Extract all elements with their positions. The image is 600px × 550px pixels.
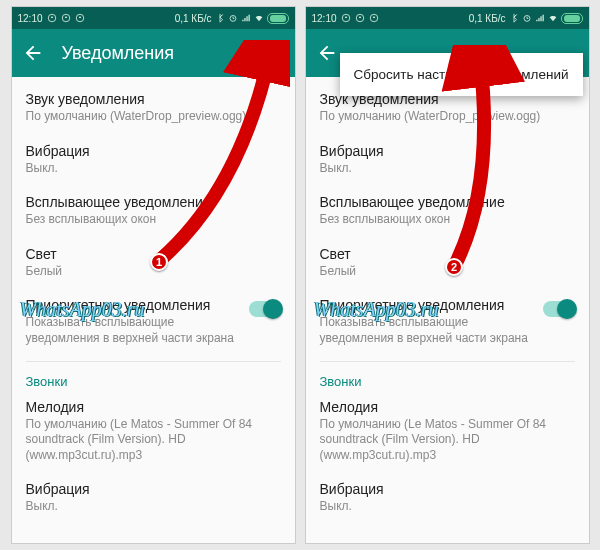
- status-network: 0,1 КБ/с: [175, 13, 212, 24]
- divider: [26, 361, 281, 362]
- item-title: Всплывающее уведомление: [320, 194, 575, 210]
- signal-icon: [535, 13, 545, 23]
- settings-list: Звук уведомления По умолчанию (WaterDrop…: [12, 77, 295, 543]
- status-time: 12:10: [312, 13, 337, 24]
- divider: [320, 361, 575, 362]
- circle-icon: [341, 13, 351, 23]
- circle-icon: [47, 13, 57, 23]
- item-title: Всплывающее уведомление: [26, 194, 281, 210]
- item-title: Вибрация: [26, 481, 281, 497]
- item-ringtone[interactable]: Мелодия По умолчанию (Le Matos - Summer …: [26, 391, 281, 474]
- item-sub: Выкл.: [26, 499, 281, 515]
- item-priority[interactable]: Приоритетные уведомления Показывать вспл…: [320, 289, 575, 356]
- item-ringtone[interactable]: Мелодия По умолчанию (Le Matos - Summer …: [320, 391, 575, 474]
- status-bar: 12:10 0,1 КБ/с: [306, 7, 589, 29]
- item-vibration[interactable]: Вибрация Выкл.: [26, 135, 281, 187]
- back-arrow-icon[interactable]: [22, 42, 44, 64]
- item-sound[interactable]: Звук уведомления По умолчанию (WaterDrop…: [26, 83, 281, 135]
- toggle-priority[interactable]: [249, 301, 281, 317]
- item-title: Звук уведомления: [26, 91, 281, 107]
- item-sub: Без всплывающих окон: [320, 212, 575, 228]
- item-title: Вибрация: [26, 143, 281, 159]
- item-sub: Без всплывающих окон: [26, 212, 281, 228]
- annotation-badge-2: 2: [445, 258, 463, 276]
- item-vibration[interactable]: Вибрация Выкл.: [320, 135, 575, 187]
- status-bar: 12:10 0,1 КБ/с: [12, 7, 295, 29]
- item-priority[interactable]: Приоритетные уведомления Показывать вспл…: [26, 289, 281, 356]
- phone-right: 12:10 0,1 КБ/с Сбросить настройки уведом…: [305, 6, 590, 544]
- toggle-priority[interactable]: [543, 301, 575, 317]
- page-title: Уведомления: [62, 43, 263, 64]
- battery-icon: [267, 13, 289, 24]
- app-bar: Уведомления: [12, 29, 295, 77]
- item-sub: Выкл.: [320, 161, 575, 177]
- status-time: 12:10: [18, 13, 43, 24]
- wifi-icon: [254, 13, 264, 23]
- bluetooth-icon: [509, 13, 519, 23]
- section-calls: Звонки: [320, 366, 575, 391]
- item-sub: По умолчанию (Le Matos - Summer Of 84 so…: [320, 417, 575, 464]
- back-arrow-icon[interactable]: [316, 42, 338, 64]
- circle-icon: [369, 13, 379, 23]
- status-network: 0,1 КБ/с: [469, 13, 506, 24]
- more-icon[interactable]: [263, 42, 285, 64]
- signal-icon: [241, 13, 251, 23]
- item-sub: По умолчанию (Le Matos - Summer Of 84 so…: [26, 417, 281, 464]
- item-sub: По умолчанию (WaterDrop_preview.ogg): [26, 109, 281, 125]
- svg-point-4: [272, 45, 276, 49]
- circle-icon: [75, 13, 85, 23]
- item-sub: Показывать всплывающие уведомления в вер…: [26, 315, 239, 346]
- alarm-icon: [522, 13, 532, 23]
- wifi-icon: [548, 13, 558, 23]
- item-vibration-calls[interactable]: Вибрация Выкл.: [26, 473, 281, 525]
- item-popup[interactable]: Всплывающее уведомление Без всплывающих …: [320, 186, 575, 238]
- circle-icon: [355, 13, 365, 23]
- item-sub: По умолчанию (WaterDrop_preview.ogg): [320, 109, 575, 125]
- item-vibration-calls[interactable]: Вибрация Выкл.: [320, 473, 575, 525]
- alarm-icon: [228, 13, 238, 23]
- circle-icon: [61, 13, 71, 23]
- svg-point-5: [272, 51, 276, 55]
- annotation-badge-1: 1: [150, 253, 168, 271]
- item-title: Мелодия: [26, 399, 281, 415]
- app-bar: Сбросить настройки уведомлений: [306, 29, 589, 77]
- item-title: Приоритетные уведомления: [320, 297, 533, 313]
- bluetooth-icon: [215, 13, 225, 23]
- menu-reset-notifications[interactable]: Сбросить настройки уведомлений: [340, 53, 583, 96]
- item-title: Вибрация: [320, 143, 575, 159]
- phone-left: 12:10 0,1 КБ/с Уведомления Звук уведомле…: [11, 6, 296, 544]
- item-title: Вибрация: [320, 481, 575, 497]
- item-title: Приоритетные уведомления: [26, 297, 239, 313]
- item-sub: Показывать всплывающие уведомления в вер…: [320, 315, 533, 346]
- section-calls: Звонки: [26, 366, 281, 391]
- battery-icon: [561, 13, 583, 24]
- svg-point-6: [272, 58, 276, 62]
- item-sub: Выкл.: [26, 161, 281, 177]
- settings-list: Звук уведомления По умолчанию (WaterDrop…: [306, 77, 589, 543]
- item-popup[interactable]: Всплывающее уведомление Без всплывающих …: [26, 186, 281, 238]
- item-title: Мелодия: [320, 399, 575, 415]
- item-sub: Выкл.: [320, 499, 575, 515]
